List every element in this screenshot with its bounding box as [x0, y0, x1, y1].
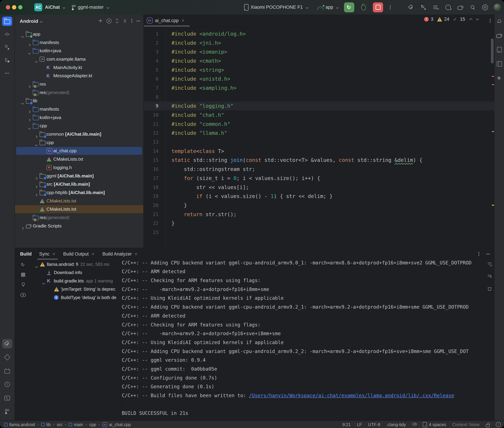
- stripe-button-diamond[interactable]: [2, 353, 12, 362]
- close-tab-icon[interactable]: [181, 19, 185, 22]
- breadcrumb-item[interactable]: llama.android: [4, 422, 35, 427]
- stripe-button-pull-requests[interactable]: [2, 56, 12, 65]
- warning-stripe-mark[interactable]: [492, 205, 494, 206]
- code-line-7[interactable]: 7#include <sampling.h>: [144, 83, 495, 92]
- code-line-19[interactable]: 19 if (i < values.size() - 1) { str << d…: [144, 192, 495, 201]
- tree-item-manifests[interactable]: manifests: [15, 38, 143, 47]
- code-line-6[interactable]: 6#include <unistd.h>: [144, 74, 495, 83]
- build-options-icon[interactable]: [478, 252, 479, 256]
- scroll-end-button[interactable]: [488, 275, 492, 279]
- avatar-button[interactable]: [494, 3, 501, 12]
- stripe-button-commit[interactable]: [2, 30, 12, 39]
- stripe-button-layout-inspector[interactable]: [495, 59, 504, 68]
- code-line-20[interactable]: 20 }: [144, 201, 495, 210]
- hammer-run-button[interactable]: [407, 3, 415, 12]
- plus-button[interactable]: [98, 19, 103, 24]
- minimize-button[interactable]: [136, 19, 140, 24]
- minimize-window-button[interactable]: [12, 5, 16, 9]
- build-tree-item[interactable]: build.gradle.ktsapp 1 warning: [29, 277, 120, 285]
- tab-build-output[interactable]: Build Output: [63, 248, 95, 260]
- tree-item-mainactivity-kt[interactable]: MainActivity.kt: [15, 63, 143, 72]
- next-problem-button[interactable]: [475, 17, 480, 22]
- stripe-button-bell[interactable]: [495, 16, 504, 26]
- debug-attach-button[interactable]: [444, 3, 452, 12]
- collapse-all-button[interactable]: [123, 18, 127, 24]
- tree-item-res[interactable]: res (generated): [15, 88, 143, 97]
- previous-problem-button[interactable]: [469, 17, 473, 22]
- refresh-button[interactable]: [21, 263, 25, 268]
- code-line-18[interactable]: 18 str << values[i];: [144, 183, 495, 192]
- breadcrumb-item[interactable]: lib: [41, 422, 51, 427]
- more-run-actions-button[interactable]: [388, 3, 393, 12]
- code-line-9[interactable]: 9#include "logging.h": [144, 102, 495, 111]
- tree-item-cpp[interactable]: cpp: [15, 122, 143, 130]
- gradle-elephant-button[interactable]: [457, 3, 464, 12]
- error-stripe-mark[interactable]: [492, 76, 494, 77]
- tree-item-kotlin-java[interactable]: kotlin+java: [15, 113, 143, 122]
- breadcrumb-item[interactable]: ai_chat.cpp: [102, 422, 131, 427]
- build-splitter[interactable]: [121, 260, 121, 420]
- tab-build-analyzer[interactable]: Build Analyzer: [102, 248, 138, 260]
- code-line-11[interactable]: 11#include "common.h": [144, 120, 495, 129]
- profiler-button[interactable]: [432, 3, 440, 12]
- tree-item-messageadapter-kt[interactable]: MessageAdapter.kt: [15, 72, 143, 80]
- breadcrumb-item[interactable]: main: [68, 422, 83, 427]
- expand-all-button[interactable]: [115, 18, 119, 24]
- settings-button[interactable]: [481, 3, 489, 12]
- eye-button[interactable]: [20, 292, 26, 298]
- softwrap-button[interactable]: [488, 262, 492, 267]
- tab-ai-chat-cpp[interactable]: ai_chat.cpp: [147, 15, 185, 26]
- tree-item-ggml[interactable]: ggml [AiChat.lib.main]: [15, 172, 143, 180]
- code-line-10[interactable]: 10#include "chat.h": [144, 110, 495, 120]
- console-link[interactable]: /Users/hanyin/Workspace/ai-chat/examples…: [249, 393, 454, 398]
- code-line-4[interactable]: 4#include <cmath>: [144, 56, 495, 66]
- code-line-8[interactable]: 8: [144, 92, 495, 102]
- device-selector[interactable]: Xiaomi POCOPHONE F1: [244, 0, 309, 15]
- rerun-button[interactable]: [344, 2, 354, 12]
- status-caret-position[interactable]: 9:21: [342, 422, 351, 427]
- code-line-5[interactable]: 5#include <string>: [144, 66, 495, 74]
- status-encoding[interactable]: UTF-8: [368, 422, 380, 427]
- tree-item-app[interactable]: app: [15, 30, 143, 38]
- code-line-3[interactable]: 3#include <iomanip>: [144, 47, 495, 56]
- search-button[interactable]: [469, 3, 477, 12]
- status-clang-tidy[interactable]: .clang-tidy: [386, 422, 406, 427]
- stripe-button-git-branch[interactable]: [2, 407, 12, 416]
- inspection-widget[interactable]: 3 24 15: [424, 16, 480, 22]
- status-indent-config[interactable]: 4 spaces: [423, 422, 446, 427]
- debug-button[interactable]: [359, 3, 368, 12]
- sync-a-button[interactable]: [420, 3, 427, 12]
- editor-scrollbar[interactable]: [491, 39, 494, 63]
- tree-item-gradle-scripts[interactable]: Gradle Scripts: [15, 222, 143, 230]
- stripe-button-terminal[interactable]: [2, 393, 12, 403]
- code-line-1[interactable]: 1#include <android/log.h>: [144, 29, 495, 38]
- status-line-separator[interactable]: LF: [357, 422, 362, 427]
- error-stripe-mark[interactable]: [492, 84, 494, 85]
- code-line-21[interactable]: 21 return str.str();: [144, 210, 495, 219]
- build-tree-item[interactable]: Download info: [29, 269, 120, 277]
- stop-square-button[interactable]: [21, 272, 25, 278]
- editor-options-icon[interactable]: [489, 18, 491, 23]
- breadcrumb-item[interactable]: src: [57, 422, 62, 427]
- run-config-selector[interactable]: app: [317, 0, 340, 15]
- tab-sync[interactable]: Sync: [39, 248, 56, 260]
- tree-item-cpp[interactable]: cpp: [15, 138, 143, 147]
- close-tab-icon[interactable]: [52, 252, 56, 256]
- status-wrap-indicator[interactable]: [412, 422, 417, 427]
- project-view-selector[interactable]: Android: [20, 18, 38, 24]
- stripe-button-gradle-elephant[interactable]: [495, 31, 504, 40]
- code-line-17[interactable]: 17 for (size_t i = 0; i < values.size();…: [144, 174, 495, 183]
- stripe-button-ai-assistant[interactable]: [495, 74, 504, 83]
- code-line-14[interactable]: 14template<class T>: [144, 147, 495, 156]
- breadcrumb-item[interactable]: cpp: [89, 422, 96, 427]
- tree-item-cmakelists-txt[interactable]: CMakeLists.txt: [15, 197, 143, 205]
- status-lock-open[interactable]: [486, 422, 490, 427]
- kebab-button[interactable]: [131, 18, 132, 24]
- tree-item-src[interactable]: src [AiChat.lib.main]: [15, 180, 143, 188]
- code-line-15[interactable]: 15static std::string join(const std::vec…: [144, 156, 495, 165]
- tree-item-lib[interactable]: lib: [15, 97, 143, 105]
- build-tree-item[interactable]: BuildType 'debug' is both de: [29, 293, 120, 302]
- tree-item-res[interactable]: res (generated): [15, 214, 143, 222]
- stripe-button-hammer-run[interactable]: [2, 339, 12, 348]
- build-console[interactable]: C/C++: -- Using KleidiAI optimized kerne…: [122, 249, 484, 420]
